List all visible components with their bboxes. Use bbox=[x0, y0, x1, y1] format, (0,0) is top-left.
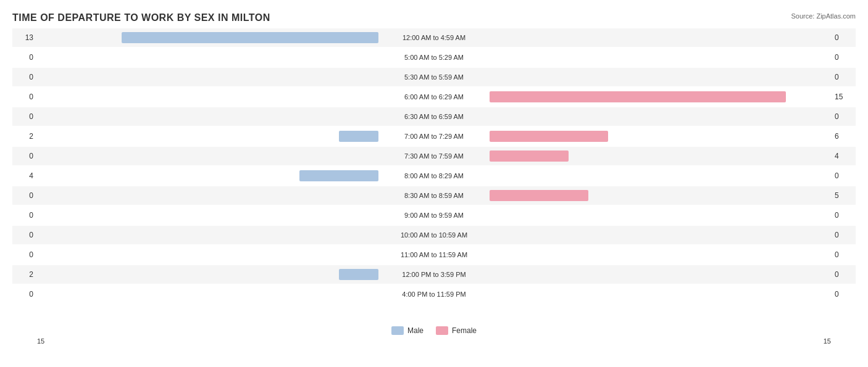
chart-row: 06:00 AM to 6:29 AM15 bbox=[12, 88, 856, 106]
time-range-label: 8:30 AM to 8:59 AM bbox=[378, 192, 490, 199]
male-bar-container bbox=[37, 288, 378, 300]
legend-male-box bbox=[391, 326, 404, 335]
female-bar-container bbox=[490, 51, 831, 64]
female-bar-container bbox=[490, 229, 831, 241]
male-value-label: 0 bbox=[12, 152, 37, 160]
female-value-label: 0 bbox=[831, 171, 856, 180]
legend: Male Female bbox=[12, 326, 856, 335]
male-bar-container bbox=[37, 51, 378, 64]
chart-title: TIME OF DEPARTURE TO WORK BY SEX IN MILT… bbox=[12, 12, 856, 23]
female-value-label: 0 bbox=[831, 290, 856, 299]
female-value-label: 0 bbox=[831, 53, 856, 62]
female-value-label: 5 bbox=[831, 191, 856, 200]
male-value-label: 0 bbox=[12, 231, 37, 239]
male-value-label: 0 bbox=[12, 53, 37, 62]
male-value-label: 13 bbox=[12, 33, 37, 42]
male-bar-container bbox=[37, 91, 378, 103]
time-range-label: 9:00 AM to 9:59 AM bbox=[378, 212, 490, 219]
female-bar bbox=[490, 190, 588, 201]
female-value-label: 0 bbox=[831, 112, 856, 121]
legend-female-box bbox=[436, 326, 448, 335]
female-value-label: 15 bbox=[831, 93, 856, 101]
male-value-label: 2 bbox=[12, 270, 37, 279]
chart-row: 27:00 AM to 7:29 AM6 bbox=[12, 127, 856, 146]
male-bar-container bbox=[37, 229, 378, 241]
time-range-label: 5:30 AM to 5:59 AM bbox=[378, 73, 490, 81]
time-range-label: 11:00 AM to 11:59 AM bbox=[378, 251, 490, 258]
female-bar-container bbox=[490, 150, 831, 162]
axis-min-left: 15 bbox=[37, 337, 44, 345]
chart-row: 08:30 AM to 8:59 AM5 bbox=[12, 186, 856, 205]
axis-labels: 15 15 bbox=[12, 337, 856, 345]
female-value-label: 0 bbox=[831, 231, 856, 239]
time-range-label: 8:00 AM to 8:29 AM bbox=[378, 172, 490, 179]
chart-row: 1312:00 AM to 4:59 AM0 bbox=[12, 28, 856, 47]
male-value-label: 0 bbox=[12, 250, 37, 259]
male-bar bbox=[122, 32, 378, 43]
male-value-label: 0 bbox=[12, 73, 37, 81]
female-bar-container bbox=[490, 31, 831, 44]
female-value-label: 4 bbox=[831, 152, 856, 160]
chart-row: 010:00 AM to 10:59 AM0 bbox=[12, 226, 856, 244]
male-value-label: 0 bbox=[12, 112, 37, 121]
female-value-label: 0 bbox=[831, 33, 856, 42]
time-range-label: 6:00 AM to 6:29 AM bbox=[378, 93, 490, 101]
male-bar-container bbox=[37, 209, 378, 221]
male-bar-container bbox=[37, 110, 378, 123]
female-bar bbox=[490, 151, 569, 162]
chart-row: 04:00 PM to 11:59 PM0 bbox=[12, 285, 856, 303]
female-bar-container bbox=[490, 249, 831, 261]
male-value-label: 2 bbox=[12, 132, 37, 141]
legend-male: Male bbox=[391, 326, 424, 335]
male-bar bbox=[299, 170, 378, 181]
time-range-label: 12:00 AM to 4:59 AM bbox=[378, 34, 490, 41]
female-bar-container bbox=[490, 110, 831, 123]
chart-row: 011:00 AM to 11:59 AM0 bbox=[12, 245, 856, 264]
female-value-label: 6 bbox=[831, 132, 856, 141]
female-bar-container bbox=[490, 268, 831, 281]
time-range-label: 10:00 AM to 10:59 AM bbox=[378, 231, 490, 239]
time-range-label: 12:00 PM to 3:59 PM bbox=[378, 271, 490, 278]
male-value-label: 0 bbox=[12, 93, 37, 101]
chart-row: 05:30 AM to 5:59 AM0 bbox=[12, 68, 856, 86]
female-value-label: 0 bbox=[831, 250, 856, 259]
chart-row: 48:00 AM to 8:29 AM0 bbox=[12, 167, 856, 185]
time-range-label: 7:30 AM to 7:59 AM bbox=[378, 152, 490, 160]
chart-area: 1312:00 AM to 4:59 AM005:00 AM to 5:29 A… bbox=[12, 28, 856, 321]
female-bar-container bbox=[490, 189, 831, 202]
female-bar bbox=[490, 131, 608, 142]
time-range-label: 6:30 AM to 6:59 AM bbox=[378, 113, 490, 120]
source-text: Source: ZipAtlas.com bbox=[791, 12, 856, 20]
male-value-label: 4 bbox=[12, 171, 37, 180]
time-range-label: 7:00 AM to 7:29 AM bbox=[378, 133, 490, 140]
legend-female-label: Female bbox=[452, 326, 477, 335]
male-bar-container bbox=[37, 189, 378, 202]
chart-row: 07:30 AM to 7:59 AM4 bbox=[12, 147, 856, 165]
male-bar bbox=[339, 269, 378, 280]
male-bar-container bbox=[37, 31, 378, 44]
female-bar-container bbox=[490, 170, 831, 182]
chart-row: 05:00 AM to 5:29 AM0 bbox=[12, 48, 856, 67]
male-bar-container bbox=[37, 170, 378, 182]
female-bar-container bbox=[490, 91, 831, 103]
male-bar-container bbox=[37, 268, 378, 281]
female-value-label: 0 bbox=[831, 73, 856, 81]
male-bar bbox=[339, 131, 378, 142]
female-bar-container bbox=[490, 71, 831, 83]
legend-male-label: Male bbox=[407, 326, 424, 335]
male-bar-container bbox=[37, 130, 378, 142]
female-bar-container bbox=[490, 288, 831, 300]
legend-female: Female bbox=[436, 326, 477, 335]
male-bar-container bbox=[37, 150, 378, 162]
male-value-label: 0 bbox=[12, 191, 37, 200]
female-value-label: 0 bbox=[831, 270, 856, 279]
female-value-label: 0 bbox=[831, 211, 856, 220]
chart-row: 212:00 PM to 3:59 PM0 bbox=[12, 265, 856, 284]
male-value-label: 0 bbox=[12, 290, 37, 299]
axis-max-right: 15 bbox=[824, 337, 831, 345]
time-range-label: 5:00 AM to 5:29 AM bbox=[378, 54, 490, 61]
female-bar bbox=[490, 91, 786, 102]
female-bar-container bbox=[490, 209, 831, 221]
male-value-label: 0 bbox=[12, 211, 37, 220]
male-bar-container bbox=[37, 71, 378, 83]
